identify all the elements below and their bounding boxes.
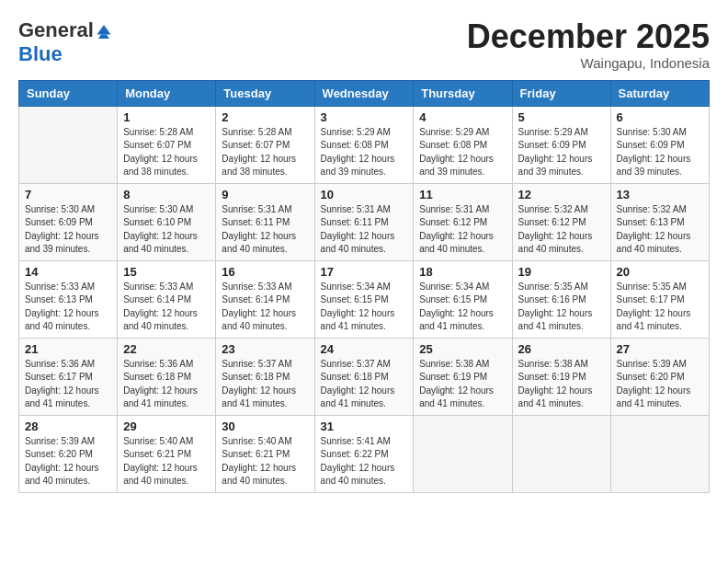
logo: General Blue: [18, 18, 112, 66]
calendar-cell: [610, 415, 709, 492]
day-number: 20: [617, 265, 703, 279]
calendar-cell: 27Sunrise: 5:39 AM Sunset: 6:20 PM Dayli…: [610, 338, 709, 415]
day-info: Sunrise: 5:34 AM Sunset: 6:15 PM Dayligh…: [419, 281, 506, 334]
day-info: Sunrise: 5:38 AM Sunset: 6:19 PM Dayligh…: [518, 358, 605, 411]
day-info: Sunrise: 5:31 AM Sunset: 6:11 PM Dayligh…: [321, 203, 408, 257]
calendar-cell: 17Sunrise: 5:34 AM Sunset: 6:15 PM Dayli…: [314, 260, 414, 338]
day-info: Sunrise: 5:38 AM Sunset: 6:19 PM Dayligh…: [419, 358, 506, 411]
weekday-header-thursday: Thursday: [414, 80, 512, 106]
day-number: 21: [25, 342, 111, 356]
day-info: Sunrise: 5:40 AM Sunset: 6:21 PM Dayligh…: [123, 435, 210, 488]
weekday-header-row: SundayMondayTuesdayWednesdayThursdayFrid…: [19, 80, 710, 106]
calendar-cell: 6Sunrise: 5:30 AM Sunset: 6:09 PM Daylig…: [610, 106, 709, 183]
day-number: 2: [222, 110, 308, 124]
day-number: 9: [222, 188, 308, 201]
day-info: Sunrise: 5:36 AM Sunset: 6:17 PM Dayligh…: [25, 358, 111, 411]
day-info: Sunrise: 5:30 AM Sunset: 6:09 PM Dayligh…: [25, 203, 111, 257]
day-number: 29: [123, 419, 210, 433]
logo-icon: [96, 22, 112, 39]
day-info: Sunrise: 5:33 AM Sunset: 6:14 PM Dayligh…: [123, 281, 210, 334]
day-number: 14: [25, 265, 111, 279]
day-number: 17: [321, 265, 408, 279]
day-number: 22: [123, 342, 210, 356]
day-info: Sunrise: 5:34 AM Sunset: 6:15 PM Dayligh…: [321, 281, 408, 334]
day-number: 31: [321, 419, 408, 433]
day-number: 23: [222, 342, 308, 356]
svg-marker-0: [97, 25, 110, 35]
calendar-cell: 11Sunrise: 5:31 AM Sunset: 6:12 PM Dayli…: [414, 183, 512, 260]
day-number: 4: [419, 110, 506, 124]
weekday-header-friday: Friday: [512, 80, 610, 106]
calendar-cell: 8Sunrise: 5:30 AM Sunset: 6:10 PM Daylig…: [118, 183, 216, 260]
calendar-cell: 13Sunrise: 5:32 AM Sunset: 6:13 PM Dayli…: [610, 183, 709, 260]
day-info: Sunrise: 5:35 AM Sunset: 6:17 PM Dayligh…: [617, 281, 703, 334]
day-info: Sunrise: 5:37 AM Sunset: 6:18 PM Dayligh…: [321, 358, 408, 411]
day-number: 24: [321, 342, 408, 356]
day-number: 13: [617, 188, 703, 201]
calendar-cell: 28Sunrise: 5:39 AM Sunset: 6:20 PM Dayli…: [19, 415, 118, 492]
day-info: Sunrise: 5:30 AM Sunset: 6:10 PM Dayligh…: [123, 203, 210, 257]
calendar-cell: 15Sunrise: 5:33 AM Sunset: 6:14 PM Dayli…: [118, 260, 216, 338]
calendar-week-2: 7Sunrise: 5:30 AM Sunset: 6:09 PM Daylig…: [19, 183, 710, 260]
calendar-cell: 4Sunrise: 5:29 AM Sunset: 6:08 PM Daylig…: [414, 106, 512, 183]
logo-blue-text: Blue: [18, 42, 63, 66]
day-number: 5: [518, 110, 605, 124]
logo-general-text: General: [18, 18, 94, 42]
weekday-header-sunday: Sunday: [19, 80, 118, 106]
calendar-cell: 1Sunrise: 5:28 AM Sunset: 6:07 PM Daylig…: [118, 106, 216, 183]
location-subtitle: Waingapu, Indonesia: [467, 55, 710, 71]
day-info: Sunrise: 5:32 AM Sunset: 6:13 PM Dayligh…: [617, 203, 703, 257]
day-number: 30: [222, 419, 308, 433]
calendar-cell: 7Sunrise: 5:30 AM Sunset: 6:09 PM Daylig…: [19, 183, 118, 260]
day-number: 3: [321, 110, 408, 124]
calendar-cell: 3Sunrise: 5:29 AM Sunset: 6:08 PM Daylig…: [314, 106, 414, 183]
day-number: 1: [123, 110, 210, 124]
weekday-header-tuesday: Tuesday: [216, 80, 314, 106]
calendar-cell: 10Sunrise: 5:31 AM Sunset: 6:11 PM Dayli…: [314, 183, 414, 260]
day-info: Sunrise: 5:28 AM Sunset: 6:07 PM Dayligh…: [222, 126, 308, 179]
day-info: Sunrise: 5:36 AM Sunset: 6:18 PM Dayligh…: [123, 358, 210, 411]
calendar-cell: 18Sunrise: 5:34 AM Sunset: 6:15 PM Dayli…: [414, 260, 512, 338]
weekday-header-wednesday: Wednesday: [314, 80, 414, 106]
day-number: 6: [617, 110, 703, 124]
day-number: 16: [222, 265, 308, 279]
calendar-cell: 19Sunrise: 5:35 AM Sunset: 6:16 PM Dayli…: [512, 260, 610, 338]
calendar-cell: 9Sunrise: 5:31 AM Sunset: 6:11 PM Daylig…: [216, 183, 314, 260]
day-info: Sunrise: 5:39 AM Sunset: 6:20 PM Dayligh…: [617, 358, 703, 411]
day-info: Sunrise: 5:31 AM Sunset: 6:11 PM Dayligh…: [222, 203, 308, 257]
day-number: 26: [518, 342, 605, 356]
calendar-cell: [512, 415, 610, 492]
day-info: Sunrise: 5:33 AM Sunset: 6:14 PM Dayligh…: [222, 281, 308, 334]
day-number: 15: [123, 265, 210, 279]
calendar-week-5: 28Sunrise: 5:39 AM Sunset: 6:20 PM Dayli…: [19, 415, 710, 492]
calendar-cell: 14Sunrise: 5:33 AM Sunset: 6:13 PM Dayli…: [19, 260, 118, 338]
day-info: Sunrise: 5:41 AM Sunset: 6:22 PM Dayligh…: [321, 435, 408, 488]
weekday-header-monday: Monday: [118, 80, 216, 106]
day-info: Sunrise: 5:33 AM Sunset: 6:13 PM Dayligh…: [25, 281, 111, 334]
day-number: 8: [123, 188, 210, 201]
calendar-week-3: 14Sunrise: 5:33 AM Sunset: 6:13 PM Dayli…: [19, 260, 710, 338]
day-number: 19: [518, 265, 605, 279]
calendar-week-4: 21Sunrise: 5:36 AM Sunset: 6:17 PM Dayli…: [19, 338, 710, 415]
title-block: December 2025 Waingapu, Indonesia: [467, 18, 710, 71]
day-number: 28: [25, 419, 111, 433]
weekday-header-saturday: Saturday: [610, 80, 709, 106]
day-info: Sunrise: 5:31 AM Sunset: 6:12 PM Dayligh…: [419, 203, 506, 257]
calendar-cell: 12Sunrise: 5:32 AM Sunset: 6:12 PM Dayli…: [512, 183, 610, 260]
day-info: Sunrise: 5:37 AM Sunset: 6:18 PM Dayligh…: [222, 358, 308, 411]
day-number: 25: [419, 342, 506, 356]
day-info: Sunrise: 5:32 AM Sunset: 6:12 PM Dayligh…: [518, 203, 605, 257]
day-info: Sunrise: 5:29 AM Sunset: 6:08 PM Dayligh…: [321, 126, 408, 179]
day-info: Sunrise: 5:30 AM Sunset: 6:09 PM Dayligh…: [617, 126, 703, 179]
calendar-cell: [414, 415, 512, 492]
month-title: December 2025: [467, 18, 710, 55]
day-number: 10: [321, 188, 408, 201]
calendar-cell: 2Sunrise: 5:28 AM Sunset: 6:07 PM Daylig…: [216, 106, 314, 183]
calendar-cell: 24Sunrise: 5:37 AM Sunset: 6:18 PM Dayli…: [314, 338, 414, 415]
calendar-cell: 22Sunrise: 5:36 AM Sunset: 6:18 PM Dayli…: [118, 338, 216, 415]
day-info: Sunrise: 5:29 AM Sunset: 6:09 PM Dayligh…: [518, 126, 605, 179]
day-number: 27: [617, 342, 703, 356]
calendar-cell: 29Sunrise: 5:40 AM Sunset: 6:21 PM Dayli…: [118, 415, 216, 492]
calendar-cell: 16Sunrise: 5:33 AM Sunset: 6:14 PM Dayli…: [216, 260, 314, 338]
day-number: 12: [518, 188, 605, 201]
